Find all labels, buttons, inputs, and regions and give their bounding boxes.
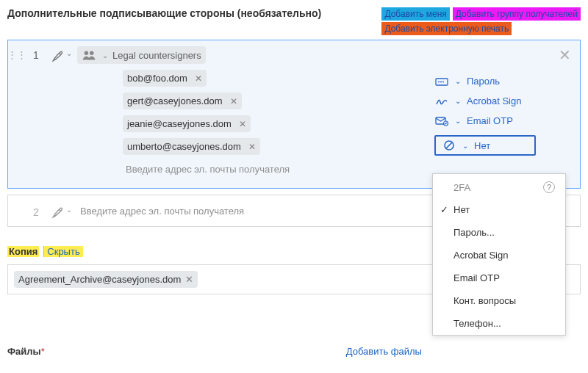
svg-line-9 [446, 142, 452, 148]
recipient-index: 1 [26, 46, 46, 178]
recipient-group-pill[interactable]: ⌄ Legal countersigners [77, 46, 206, 64]
auth-option-phone[interactable]: Телефон... [433, 312, 565, 335]
chevron-down-icon: ⌄ [66, 206, 72, 214]
auth-selector-password[interactable]: ⌄ Пароль [434, 76, 567, 87]
remove-member-icon[interactable]: ✕ [248, 142, 256, 152]
pen-icon [51, 49, 65, 62]
member-email: gert@caseyjones.dom [127, 95, 223, 106]
svg-point-3 [438, 81, 440, 82]
svg-point-0 [85, 51, 89, 56]
member-email: umberto@caseyjones.dom [127, 141, 241, 152]
files-section: Файлы* Добавить файлы [7, 346, 581, 357]
required-star: * [41, 346, 45, 357]
add-recipient-group-link[interactable]: Добавить группу получателей [453, 7, 581, 21]
remove-member-icon[interactable]: ✕ [195, 73, 202, 84]
chevron-down-icon: ⌄ [455, 117, 461, 125]
dropdown-group-label: 2FA [453, 182, 470, 193]
auth-selector-current[interactable]: ⌄ Нет [434, 135, 536, 156]
chevron-down-icon: ⌄ [66, 49, 72, 57]
member-chip: umberto@caseyjones.dom ✕ [123, 138, 260, 155]
remove-cc-icon[interactable]: ✕ [185, 274, 193, 285]
chevron-down-icon: ⌄ [102, 51, 108, 59]
drag-handle-icon[interactable]: ⋮⋮ [8, 46, 26, 178]
auth-selector-emailotp[interactable]: ⌄ Email OTP [434, 115, 567, 126]
cc-email: Agreement_Archive@caseyjones.dom [18, 274, 181, 285]
email-otp-icon [434, 116, 449, 126]
svg-point-5 [442, 81, 444, 82]
chevron-down-icon: ⌄ [455, 97, 461, 105]
auth-option-emailotp[interactable]: Email OTP [433, 267, 565, 289]
chevron-down-icon: ⌄ [462, 142, 468, 150]
auth-option-acrobat[interactable]: Acrobat Sign [433, 244, 565, 267]
signature-icon [434, 96, 449, 106]
member-email: jeanie@caseyjones.dom [127, 118, 232, 129]
recipient-role-selector[interactable]: ⌄ [46, 46, 77, 178]
add-me-link[interactable]: Добавить меня [381, 7, 449, 21]
svg-point-4 [440, 81, 442, 82]
cc-hide-link[interactable]: Скрыть [43, 246, 82, 257]
recipient-row-1: ⋮⋮ 1 ⌄ ⌄ Legal countersigners bob@foo.do… [7, 40, 581, 189]
remove-member-icon[interactable]: ✕ [230, 96, 237, 106]
cc-label: Копия [7, 246, 39, 257]
member-auth-column: ⌄ Пароль ⌄ Acrobat Sign ⌄ Email OTP [434, 76, 567, 156]
auth-label: Email OTP [467, 115, 513, 126]
recipient-index: 2 [26, 203, 46, 218]
cc-chip: Agreement_Archive@caseyjones.dom ✕ [14, 271, 198, 288]
auth-label: Пароль [467, 76, 500, 87]
member-chip: bob@foo.dom ✕ [123, 70, 207, 87]
remove-recipient-icon[interactable]: ✕ [559, 46, 571, 64]
chevron-down-icon: ⌄ [455, 77, 461, 85]
none-icon [442, 140, 456, 151]
member-chip: jeanie@caseyjones.dom ✕ [123, 115, 251, 132]
files-label: Файлы [7, 346, 41, 357]
auth-option-password[interactable]: Пароль... [433, 221, 565, 244]
counter-signers-header: Дополнительные подписывающие стороны (не… [7, 7, 581, 35]
password-icon [434, 76, 449, 87]
pen-icon [51, 206, 65, 219]
auth-selector-acrobat[interactable]: ⌄ Acrobat Sign [434, 95, 567, 106]
member-email: bob@foo.dom [127, 73, 187, 84]
group-icon [82, 49, 98, 61]
member-chip: gert@caseyjones.dom ✕ [123, 93, 242, 109]
dropdown-header: 2FA ? [433, 174, 565, 198]
section-title: Дополнительные подписывающие стороны (не… [7, 7, 321, 19]
recipient-role-selector[interactable]: ⌄ [46, 203, 77, 219]
auth-label: Acrobat Sign [467, 95, 521, 106]
group-name: Legal countersigners [112, 50, 201, 61]
add-electronic-seal-link[interactable]: Добавить электронную печать [381, 22, 512, 35]
auth-label: Нет [474, 140, 490, 151]
add-files-link[interactable]: Добавить файлы [346, 346, 422, 357]
auth-option-kba[interactable]: Конт. вопросы [433, 289, 565, 312]
auth-option-none[interactable]: Нет [433, 198, 565, 221]
remove-member-icon[interactable]: ✕ [239, 119, 246, 129]
auth-method-dropdown: 2FA ? Нет Пароль... Acrobat Sign Email O… [432, 173, 566, 336]
recipient-email-input[interactable]: Введите адрес эл. почты получателя [80, 206, 244, 217]
help-icon[interactable]: ? [543, 181, 555, 193]
svg-point-1 [90, 51, 94, 56]
